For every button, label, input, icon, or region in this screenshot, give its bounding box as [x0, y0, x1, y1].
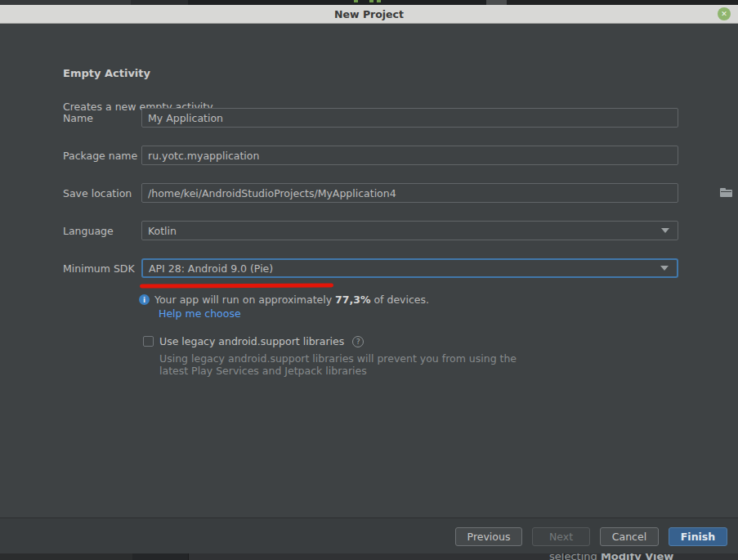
name-input[interactable] [141, 108, 678, 128]
language-value: Kotlin [148, 225, 661, 237]
legacy-libraries-row: Use legacy android.support libraries ? [143, 335, 364, 347]
minimum-sdk-label: Minimum SDK [63, 262, 135, 275]
name-label: Name [63, 112, 93, 124]
next-button[interactable]: Next [532, 527, 590, 546]
save-location-label: Save location [63, 187, 132, 199]
package-name-input[interactable] [141, 146, 678, 165]
sdk-info-row: i Your app will run on approximately 77,… [139, 293, 429, 306]
language-label: Language [63, 225, 114, 237]
package-name-label: Package name [63, 150, 137, 162]
close-icon: ✕ [721, 11, 727, 18]
background-artifact [377, 0, 381, 2]
background-partial-text: selecting Modify View [549, 553, 673, 560]
dialog-title: New Project [334, 8, 404, 20]
background-segment [0, 553, 132, 560]
cancel-button[interactable]: Cancel [600, 527, 659, 546]
template-heading: Empty Activity [63, 67, 150, 79]
help-me-choose-link[interactable]: Help me choose [159, 307, 241, 320]
background-artifact [369, 0, 373, 2]
background-artifact [354, 0, 358, 2]
background-segment [189, 553, 564, 560]
screen: New Project ✕ Empty Activity Creates a n… [0, 0, 738, 560]
minimum-sdk-value: API 28: Android 9.0 (Pie) [149, 262, 660, 275]
minimum-sdk-dropdown[interactable]: API 28: Android 9.0 (Pie) [141, 258, 678, 278]
dialog-titlebar[interactable]: New Project ✕ [0, 5, 738, 24]
chevron-down-icon [661, 228, 669, 233]
dialog-body: Empty Activity Creates a new empty activ… [0, 24, 738, 517]
language-dropdown[interactable]: Kotlin [141, 221, 678, 240]
background-segment [132, 553, 188, 560]
legacy-libraries-label: Use legacy android.support libraries [159, 335, 344, 347]
device-percentage: 77,3% [335, 293, 370, 306]
help-question-icon[interactable]: ? [352, 336, 364, 347]
save-location-input[interactable] [141, 183, 678, 203]
previous-button[interactable]: Previous [455, 527, 522, 546]
close-button[interactable]: ✕ [718, 7, 731, 20]
background-window-bottom: selecting Modify View [0, 553, 738, 560]
sdk-info-text: Your app will run on approximately 77,3%… [154, 293, 429, 306]
chevron-down-icon [660, 266, 669, 271]
legacy-note-line1: Using legacy android.support libraries w… [159, 352, 517, 365]
info-icon: i [139, 294, 150, 305]
red-underline-annotation [140, 283, 333, 288]
legacy-note-line2: latest Play Services and Jetpack librari… [159, 365, 367, 377]
legacy-libraries-checkbox[interactable] [143, 336, 154, 347]
folder-browse-icon[interactable] [720, 188, 732, 197]
finish-button[interactable]: Finish [669, 527, 727, 546]
dialog-buttonbar: Previous Next Cancel Finish [0, 518, 738, 553]
